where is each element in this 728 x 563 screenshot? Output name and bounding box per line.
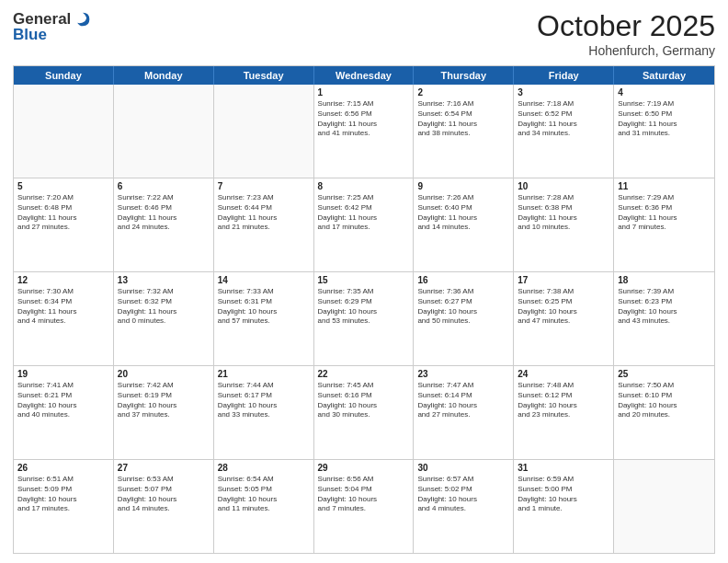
cal-cell: 18Sunrise: 7:39 AM Sunset: 6:23 PM Dayli… [614, 272, 714, 365]
cal-row-1: 1Sunrise: 7:15 AM Sunset: 6:56 PM Daylig… [14, 85, 714, 178]
day-info: Sunrise: 7:45 AM Sunset: 6:16 PM Dayligh… [318, 381, 410, 420]
day-number: 7 [218, 181, 310, 191]
day-info: Sunrise: 7:47 AM Sunset: 6:14 PM Dayligh… [417, 381, 509, 420]
day-info: Sunrise: 7:28 AM Sunset: 6:38 PM Dayligh… [518, 193, 609, 233]
day-number: 17 [518, 275, 609, 285]
cal-cell: 20Sunrise: 7:42 AM Sunset: 6:19 PM Dayli… [114, 366, 214, 459]
day-info: Sunrise: 7:26 AM Sunset: 6:40 PM Dayligh… [417, 193, 509, 233]
day-info: Sunrise: 7:18 AM Sunset: 6:52 PM Dayligh… [518, 99, 609, 139]
day-number: 18 [618, 275, 711, 285]
cal-cell: 26Sunrise: 6:51 AM Sunset: 5:09 PM Dayli… [14, 460, 114, 553]
cal-cell: 8Sunrise: 7:25 AM Sunset: 6:42 PM Daylig… [314, 178, 415, 271]
calendar-body: 1Sunrise: 7:15 AM Sunset: 6:56 PM Daylig… [14, 85, 714, 553]
cal-cell: 11Sunrise: 7:29 AM Sunset: 6:36 PM Dayli… [614, 178, 714, 271]
cal-cell [114, 85, 214, 178]
day-number: 5 [17, 181, 109, 191]
calendar: SundayMondayTuesdayWednesdayThursdayFrid… [13, 65, 715, 554]
day-info: Sunrise: 7:19 AM Sunset: 6:50 PM Dayligh… [618, 99, 711, 139]
day-info: Sunrise: 7:29 AM Sunset: 6:36 PM Dayligh… [618, 193, 711, 233]
cal-cell: 23Sunrise: 7:47 AM Sunset: 6:14 PM Dayli… [414, 366, 514, 459]
cal-cell: 10Sunrise: 7:28 AM Sunset: 6:38 PM Dayli… [514, 178, 614, 271]
title-month: October 2025 [537, 9, 715, 43]
cal-cell: 16Sunrise: 7:36 AM Sunset: 6:27 PM Dayli… [414, 272, 514, 365]
cal-cell: 9Sunrise: 7:26 AM Sunset: 6:40 PM Daylig… [414, 178, 514, 271]
cal-cell: 28Sunrise: 6:54 AM Sunset: 5:05 PM Dayli… [214, 460, 314, 553]
cal-cell: 15Sunrise: 7:35 AM Sunset: 6:29 PM Dayli… [314, 272, 415, 365]
day-number: 15 [318, 275, 410, 285]
day-number: 19 [17, 369, 109, 379]
day-number: 6 [118, 181, 210, 191]
day-number: 26 [17, 463, 109, 473]
day-number: 28 [218, 463, 310, 473]
day-number: 30 [417, 463, 509, 473]
day-info: Sunrise: 7:39 AM Sunset: 6:23 PM Dayligh… [618, 287, 711, 327]
cal-cell: 19Sunrise: 7:41 AM Sunset: 6:21 PM Dayli… [14, 366, 114, 459]
day-info: Sunrise: 7:42 AM Sunset: 6:19 PM Dayligh… [118, 381, 210, 420]
day-info: Sunrise: 6:59 AM Sunset: 5:00 PM Dayligh… [518, 475, 609, 514]
cal-cell: 30Sunrise: 6:57 AM Sunset: 5:02 PM Dayli… [414, 460, 514, 553]
day-info: Sunrise: 7:30 AM Sunset: 6:34 PM Dayligh… [17, 287, 109, 327]
cal-cell: 14Sunrise: 7:33 AM Sunset: 6:31 PM Dayli… [214, 272, 314, 365]
day-number: 22 [318, 369, 410, 379]
day-info: Sunrise: 7:20 AM Sunset: 6:48 PM Dayligh… [17, 193, 109, 233]
page: General Blue October 2025 Hohenfurch, Ge… [0, 0, 728, 563]
cal-cell: 1Sunrise: 7:15 AM Sunset: 6:56 PM Daylig… [314, 85, 415, 178]
cal-cell: 27Sunrise: 6:53 AM Sunset: 5:07 PM Dayli… [114, 460, 214, 553]
cal-cell: 12Sunrise: 7:30 AM Sunset: 6:34 PM Dayli… [14, 272, 114, 365]
day-info: Sunrise: 7:48 AM Sunset: 6:12 PM Dayligh… [518, 381, 609, 420]
day-info: Sunrise: 7:44 AM Sunset: 6:17 PM Dayligh… [218, 381, 310, 420]
day-number: 10 [518, 181, 609, 191]
header: General Blue October 2025 Hohenfurch, Ge… [13, 9, 715, 58]
day-number: 24 [518, 369, 609, 379]
logo: General Blue [13, 9, 93, 44]
day-info: Sunrise: 7:23 AM Sunset: 6:44 PM Dayligh… [218, 193, 310, 233]
cal-cell [214, 85, 314, 178]
cal-row-4: 19Sunrise: 7:41 AM Sunset: 6:21 PM Dayli… [14, 366, 714, 460]
cal-cell: 7Sunrise: 7:23 AM Sunset: 6:44 PM Daylig… [214, 178, 314, 271]
cal-header-friday: Friday [514, 66, 614, 85]
cal-header-sunday: Sunday [14, 66, 114, 85]
day-number: 25 [618, 369, 711, 379]
day-info: Sunrise: 7:41 AM Sunset: 6:21 PM Dayligh… [17, 381, 109, 420]
cal-cell: 31Sunrise: 6:59 AM Sunset: 5:00 PM Dayli… [514, 460, 614, 553]
cal-cell: 29Sunrise: 6:56 AM Sunset: 5:04 PM Dayli… [314, 460, 415, 553]
cal-header-monday: Monday [114, 66, 214, 85]
cal-cell: 3Sunrise: 7:18 AM Sunset: 6:52 PM Daylig… [514, 85, 614, 178]
day-number: 23 [417, 369, 509, 379]
cal-row-3: 12Sunrise: 7:30 AM Sunset: 6:34 PM Dayli… [14, 272, 714, 366]
cal-header-saturday: Saturday [614, 66, 714, 85]
cal-cell: 2Sunrise: 7:16 AM Sunset: 6:54 PM Daylig… [414, 85, 514, 178]
day-number: 11 [618, 181, 711, 191]
cal-header-wednesday: Wednesday [314, 66, 415, 85]
day-number: 9 [417, 181, 509, 191]
day-info: Sunrise: 6:54 AM Sunset: 5:05 PM Dayligh… [218, 475, 310, 514]
day-info: Sunrise: 6:51 AM Sunset: 5:09 PM Dayligh… [17, 475, 109, 514]
cal-cell: 4Sunrise: 7:19 AM Sunset: 6:50 PM Daylig… [614, 85, 714, 178]
day-number: 13 [118, 275, 210, 285]
day-number: 31 [518, 463, 609, 473]
cal-row-2: 5Sunrise: 7:20 AM Sunset: 6:48 PM Daylig… [14, 178, 714, 272]
day-number: 21 [218, 369, 310, 379]
day-info: Sunrise: 7:32 AM Sunset: 6:32 PM Dayligh… [118, 287, 210, 327]
cal-row-5: 26Sunrise: 6:51 AM Sunset: 5:09 PM Dayli… [14, 460, 714, 553]
day-number: 20 [118, 369, 210, 379]
day-number: 1 [318, 87, 410, 98]
day-number: 16 [417, 275, 509, 285]
day-number: 4 [618, 87, 711, 98]
cal-cell: 21Sunrise: 7:44 AM Sunset: 6:17 PM Dayli… [214, 366, 314, 459]
title-location: Hohenfurch, Germany [537, 43, 715, 58]
day-info: Sunrise: 7:35 AM Sunset: 6:29 PM Dayligh… [318, 287, 410, 327]
day-number: 8 [318, 181, 410, 191]
day-number: 12 [17, 275, 109, 285]
cal-cell: 22Sunrise: 7:45 AM Sunset: 6:16 PM Dayli… [314, 366, 415, 459]
cal-cell: 24Sunrise: 7:48 AM Sunset: 6:12 PM Dayli… [514, 366, 614, 459]
day-info: Sunrise: 7:50 AM Sunset: 6:10 PM Dayligh… [618, 381, 711, 420]
day-info: Sunrise: 7:38 AM Sunset: 6:25 PM Dayligh… [518, 287, 609, 327]
day-info: Sunrise: 6:53 AM Sunset: 5:07 PM Dayligh… [118, 475, 210, 514]
day-number: 14 [218, 275, 310, 285]
day-number: 2 [417, 87, 509, 98]
cal-cell: 25Sunrise: 7:50 AM Sunset: 6:10 PM Dayli… [614, 366, 714, 459]
cal-header-tuesday: Tuesday [214, 66, 314, 85]
cal-cell: 17Sunrise: 7:38 AM Sunset: 6:25 PM Dayli… [514, 272, 614, 365]
title-block: October 2025 Hohenfurch, Germany [537, 9, 715, 58]
